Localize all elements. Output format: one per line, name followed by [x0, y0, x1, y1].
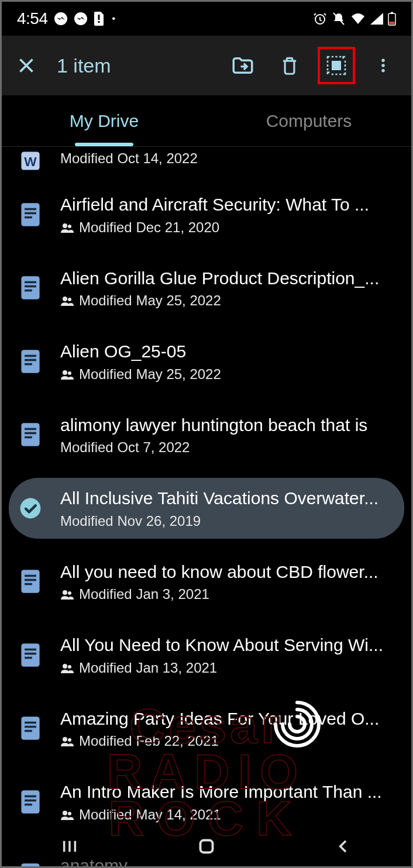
file-text: alimony lawyer huntington beach that isM… [60, 414, 400, 456]
svg-point-18 [63, 223, 67, 228]
delete-button[interactable] [271, 47, 308, 84]
file-title: alimony lawyer huntington beach that is [60, 414, 400, 436]
dot-icon: • [112, 13, 116, 24]
move-to-button[interactable] [224, 47, 261, 84]
svg-point-11 [381, 69, 385, 73]
svg-rect-22 [25, 285, 36, 288]
file-text: Amazing Party Ideas For Your Loved O...M… [60, 708, 400, 750]
selection-toolbar: 1 item [2, 36, 411, 95]
svg-point-54 [68, 738, 71, 742]
svg-rect-29 [25, 363, 32, 366]
svg-rect-7 [390, 22, 395, 25]
google-doc-icon [19, 714, 42, 742]
sim-alert-icon [94, 12, 104, 26]
shared-icon [60, 810, 74, 820]
status-left: 4:54 • [17, 9, 115, 28]
tab-computers[interactable]: Computers [206, 95, 411, 146]
svg-rect-51 [25, 726, 36, 728]
file-row[interactable]: Alien OG_25-05Modified May 25, 2022 [9, 331, 404, 392]
shared-icon [60, 736, 74, 746]
file-row[interactable]: WModified Oct 14, 2022 [9, 147, 404, 184]
shared-icon [60, 222, 74, 233]
svg-rect-37 [21, 570, 39, 593]
google-doc-icon [19, 201, 42, 229]
system-nav-bar [2, 829, 411, 866]
battery-icon [388, 12, 396, 26]
home-button[interactable] [196, 836, 217, 859]
google-doc-icon [19, 347, 42, 376]
svg-rect-16 [25, 212, 36, 215]
vibrate-icon [332, 12, 346, 26]
file-list[interactable]: WModified Oct 14, 2022Airfield and Aircr… [2, 147, 411, 868]
shared-icon [60, 295, 74, 306]
svg-rect-32 [21, 423, 39, 446]
svg-point-36 [20, 498, 41, 518]
svg-rect-26 [21, 350, 39, 373]
google-doc-icon [19, 421, 42, 449]
file-row[interactable]: An Intro Maker Is More Important Than ..… [9, 771, 404, 832]
file-modified: Modified Feb 22, 2021 [79, 733, 219, 749]
svg-point-42 [68, 591, 71, 595]
file-meta: Modified Jan 13, 2021 [60, 660, 400, 676]
status-bar: 4:54 • [2, 2, 411, 36]
file-text: An Intro Maker Is More Important Than ..… [60, 781, 400, 823]
google-doc-icon [19, 274, 42, 302]
file-modified: Modified Dec 21, 2020 [79, 219, 219, 236]
back-button[interactable] [334, 837, 353, 858]
select-all-button[interactable] [318, 47, 355, 84]
shared-icon [60, 369, 74, 380]
file-meta: Modified May 25, 2022 [60, 292, 400, 309]
file-text: All you need to know about CBD flower...… [60, 561, 400, 603]
file-text: Modified Oct 14, 2022 [60, 147, 400, 167]
svg-point-30 [63, 370, 67, 375]
file-text: Airfield and Aircraft Security: What To … [60, 194, 400, 236]
svg-rect-50 [25, 722, 36, 724]
close-button[interactable] [11, 50, 42, 81]
svg-rect-8 [332, 61, 340, 69]
file-row[interactable]: All you need to know about CBD flower...… [9, 552, 404, 612]
tab-label: Computers [266, 111, 352, 131]
file-meta: Modified May 14, 2021 [60, 807, 400, 823]
svg-rect-49 [21, 717, 39, 740]
signal-icon [370, 13, 383, 25]
svg-rect-17 [25, 216, 32, 219]
more-button[interactable] [364, 47, 402, 84]
file-title: Alien Gorilla Glue Product Description_.… [60, 267, 400, 290]
wifi-icon [350, 12, 366, 25]
svg-point-53 [63, 737, 67, 742]
file-meta: Modified Oct 7, 2022 [60, 439, 400, 456]
messenger-icon [54, 12, 68, 26]
svg-rect-15 [25, 208, 36, 210]
selection-count: 1 item [57, 54, 215, 77]
status-clock: 4:54 [17, 9, 48, 28]
file-title: Alien OG_25-05 [60, 340, 400, 363]
svg-text:W: W [24, 154, 37, 169]
svg-rect-52 [25, 730, 32, 732]
svg-rect-21 [25, 281, 36, 284]
svg-rect-56 [25, 795, 36, 797]
svg-rect-28 [25, 359, 36, 361]
svg-point-25 [68, 298, 71, 301]
svg-rect-38 [25, 575, 36, 577]
tab-bar: My Drive Computers [2, 95, 411, 147]
file-title: An Intro Maker Is More Important Than ..… [60, 781, 400, 803]
svg-rect-44 [25, 648, 36, 650]
svg-point-59 [63, 811, 67, 815]
file-row[interactable]: All You Need to Know About Serving Wi...… [9, 625, 404, 686]
file-title: Airfield and Aircraft Security: What To … [60, 194, 400, 216]
file-row[interactable]: All Inclusive Tahiti Vacations Overwater… [9, 478, 404, 539]
tab-my-drive[interactable]: My Drive [2, 95, 206, 146]
svg-rect-34 [25, 432, 36, 435]
svg-rect-46 [25, 657, 32, 659]
recents-button[interactable] [60, 837, 79, 858]
svg-rect-6 [391, 12, 393, 14]
file-row[interactable]: Alien Gorilla Glue Product Description_.… [9, 258, 404, 319]
file-meta: Modified Jan 3, 2021 [60, 586, 400, 602]
file-modified: Modified May 25, 2022 [79, 292, 221, 309]
status-right [313, 12, 396, 26]
shared-icon [60, 589, 74, 600]
file-row[interactable]: Amazing Party Ideas For Your Loved O...M… [9, 698, 404, 759]
file-row[interactable]: Airfield and Aircraft Security: What To … [9, 184, 404, 245]
file-row[interactable]: alimony lawyer huntington beach that isM… [9, 405, 404, 466]
file-title: Amazing Party Ideas For Your Loved O... [60, 708, 400, 730]
